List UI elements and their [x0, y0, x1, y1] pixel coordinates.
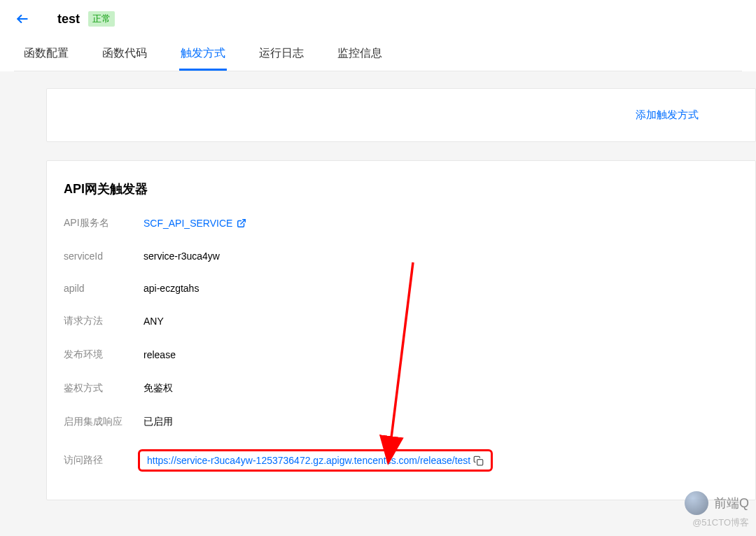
tab-function-config[interactable]: 函数配置: [22, 41, 70, 71]
watermark-text: 前端Q: [714, 495, 749, 512]
copy-icon[interactable]: [473, 456, 484, 466]
api-service-link[interactable]: SCF_API_SERVICE: [144, 218, 246, 229]
external-link-icon: [237, 218, 246, 228]
url-highlight-box: https://service-r3uca4yw-1253736472.gz.a…: [138, 449, 493, 472]
method-label: 请求方法: [64, 315, 144, 327]
add-trigger-card: 添加触发方式: [46, 88, 756, 142]
annotation-arrow: [378, 259, 420, 476]
path-url-link[interactable]: https://service-r3uca4yw-1253736472.gz.a…: [147, 455, 470, 466]
api-service-label: API服务名: [64, 217, 144, 230]
auth-value: 免鉴权: [144, 382, 173, 395]
integration-value: 已启用: [144, 416, 173, 428]
watermark-avatar: [685, 491, 708, 515]
integration-label: 启用集成响应: [64, 416, 144, 428]
method-value: ANY: [144, 316, 164, 327]
svg-line-4: [388, 262, 413, 460]
api-id-value: api-eczgtahs: [144, 283, 199, 294]
env-label: 发布环境: [64, 348, 144, 361]
tab-bar: 函数配置 函数代码 触发方式 运行日志 监控信息: [14, 41, 742, 71]
add-trigger-link[interactable]: 添加触发方式: [636, 108, 699, 122]
auth-label: 鉴权方式: [64, 382, 144, 395]
trigger-section-title: API网关触发器: [64, 181, 738, 197]
watermark: 前端Q: [685, 491, 749, 515]
status-badge: 正常: [88, 11, 115, 27]
watermark-sub: @51CTO博客: [692, 516, 749, 529]
api-id-label: apild: [64, 283, 144, 294]
env-value: release: [144, 349, 176, 360]
tab-trigger-method[interactable]: 触发方式: [179, 41, 227, 71]
api-service-value: SCF_API_SERVICE: [144, 218, 232, 229]
tab-monitor-info[interactable]: 监控信息: [336, 41, 384, 71]
service-id-label: serviceId: [64, 251, 144, 262]
service-id-value: service-r3uca4yw: [144, 251, 220, 262]
path-label: 访问路径: [64, 454, 144, 467]
svg-line-1: [241, 220, 245, 224]
tab-run-log[interactable]: 运行日志: [258, 41, 305, 71]
tab-function-code[interactable]: 函数代码: [101, 41, 148, 71]
back-arrow-icon[interactable]: [15, 12, 29, 26]
svg-rect-2: [477, 459, 483, 465]
page-title: test: [57, 12, 80, 27]
